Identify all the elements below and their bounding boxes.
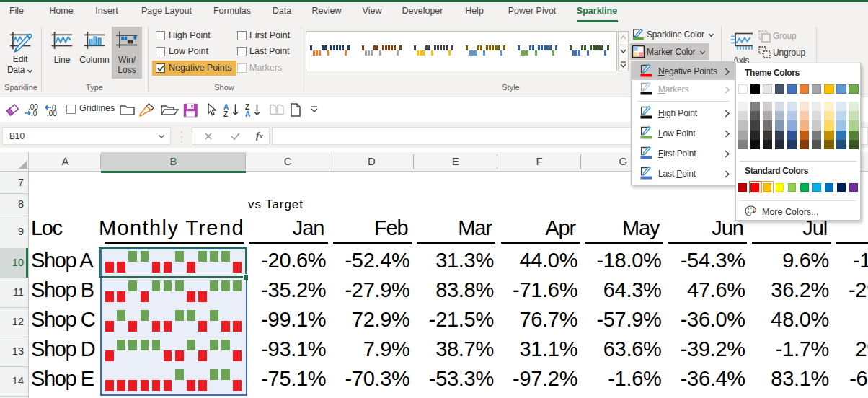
svg-text:.00: .00 [47,110,57,118]
svg-text:Z: Z [223,110,228,118]
svg-text:A: A [245,110,250,118]
svg-text:.0: .0 [31,110,37,118]
